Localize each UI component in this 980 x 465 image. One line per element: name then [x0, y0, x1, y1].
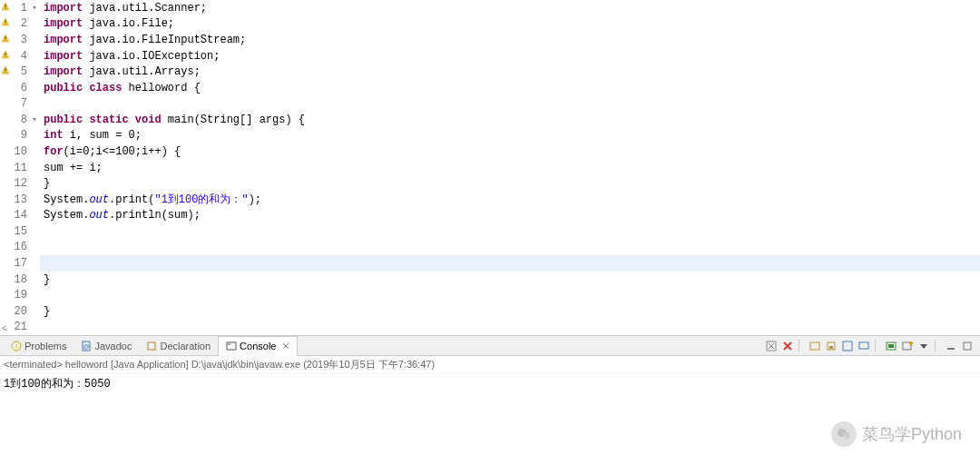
- code-line[interactable]: for(i=0;i<=100;i++) {: [40, 143, 980, 160]
- svg-text:@: @: [83, 343, 90, 350]
- line-number: 21: [11, 321, 29, 333]
- svg-text:!: !: [15, 342, 17, 351]
- code-line[interactable]: public class helloword {: [40, 80, 980, 96]
- javadoc-icon: @: [81, 341, 92, 351]
- svg-point-43: [843, 432, 850, 440]
- code-line[interactable]: import java.io.File;: [40, 16, 980, 33]
- code-editor[interactable]: 1▾2345678▾9101112131415161718192021 impo…: [0, 0, 980, 336]
- line-number: 9: [11, 129, 29, 142]
- wechat-icon: [831, 421, 857, 447]
- svg-rect-32: [843, 341, 852, 351]
- clear-console-icon[interactable]: [808, 339, 822, 353]
- console-icon: [226, 341, 237, 351]
- tab-console[interactable]: Console: [218, 336, 298, 356]
- svg-rect-1: [5, 5, 5, 7]
- svg-rect-33: [859, 342, 868, 349]
- line-number: 12: [11, 177, 29, 190]
- watermark-text: 菜鸟学Python: [862, 423, 962, 445]
- code-line[interactable]: [40, 255, 980, 272]
- console-toolbar: [764, 339, 980, 353]
- code-line[interactable]: import java.util.Scanner;: [40, 0, 980, 16]
- code-line[interactable]: [40, 223, 980, 240]
- svg-rect-5: [5, 24, 5, 25]
- code-line[interactable]: public static void main(String[] args) {: [40, 112, 980, 128]
- console-terminated-line: <terminated> helloword [Java Application…: [0, 356, 980, 374]
- code-line[interactable]: }: [40, 272, 980, 288]
- svg-rect-29: [810, 342, 819, 350]
- code-line[interactable]: [40, 320, 980, 336]
- scroll-left-indicator: <: [2, 323, 7, 333]
- svg-rect-14: [5, 72, 5, 73]
- code-line[interactable]: System.out.println(sum);: [40, 208, 980, 224]
- code-line[interactable]: System.out.print("1到100的和为：");: [40, 192, 980, 208]
- line-number: 3: [11, 34, 29, 46]
- svg-rect-2: [5, 7, 5, 8]
- line-number: 19: [11, 289, 29, 302]
- remove-launch-icon[interactable]: [764, 339, 779, 353]
- code-line[interactable]: import java.io.FileInputStream;: [40, 32, 980, 48]
- line-number: 1: [11, 2, 29, 15]
- display-console-icon[interactable]: [857, 339, 871, 353]
- maximize-view-icon[interactable]: [960, 339, 975, 353]
- line-number: 7: [11, 97, 29, 110]
- code-line[interactable]: sum += i;: [40, 160, 980, 176]
- line-number: 2: [11, 17, 29, 30]
- line-number: 4: [11, 50, 29, 63]
- tab-label: Javadoc: [94, 341, 132, 351]
- tab-declaration[interactable]: Declaration: [139, 336, 218, 356]
- tab-label: Problems: [24, 341, 66, 351]
- svg-rect-8: [5, 40, 5, 41]
- problems-icon: !: [11, 341, 22, 351]
- tab-label: Console: [240, 341, 276, 351]
- pin-console-icon[interactable]: [840, 339, 855, 353]
- code-line[interactable]: [40, 95, 980, 112]
- svg-rect-10: [5, 53, 5, 55]
- warning-icon: [1, 65, 10, 74]
- line-number: 14: [11, 209, 29, 222]
- code-line[interactable]: import java.io.IOException;: [40, 48, 980, 64]
- svg-rect-11: [5, 55, 5, 56]
- line-number: 18: [11, 273, 29, 286]
- warning-icon: [1, 34, 10, 43]
- console-output[interactable]: 1到100的和为：5050: [0, 374, 980, 393]
- fold-toggle[interactable]: ▾: [29, 114, 40, 124]
- line-number: 13: [11, 193, 29, 206]
- fold-toggle[interactable]: ▾: [29, 3, 40, 13]
- tab-label: Declaration: [160, 341, 211, 351]
- svg-marker-39: [920, 344, 927, 349]
- line-number: 5: [11, 65, 29, 78]
- line-number: 11: [11, 162, 29, 174]
- code-area[interactable]: import java.util.Scanner;import java.io.…: [40, 0, 980, 335]
- line-number: 6: [11, 82, 29, 94]
- code-line[interactable]: }: [40, 303, 980, 320]
- remove-all-icon[interactable]: [780, 339, 795, 353]
- tab-javadoc[interactable]: @Javadoc: [74, 336, 139, 356]
- warning-icon: [1, 17, 10, 26]
- code-line[interactable]: import java.util.Arrays;: [40, 64, 980, 80]
- bottom-tab-bar: !Problems@JavadocDeclarationConsole: [0, 336, 980, 356]
- code-line[interactable]: }: [40, 175, 980, 192]
- dropdown-arrow-icon[interactable]: [916, 339, 931, 353]
- watermark: 菜鸟学Python: [831, 421, 962, 447]
- warning-icon: [1, 50, 10, 59]
- declaration-icon: [146, 341, 157, 351]
- svg-rect-20: [227, 342, 236, 350]
- open-console-icon[interactable]: [884, 339, 898, 353]
- tab-problems[interactable]: !Problems: [4, 336, 74, 356]
- warning-icon: [1, 2, 10, 11]
- close-tab-icon[interactable]: [282, 341, 289, 351]
- minimize-view-icon[interactable]: [944, 339, 958, 353]
- new-console-icon[interactable]: [900, 339, 915, 353]
- svg-rect-4: [5, 21, 5, 24]
- line-number: 20: [11, 305, 29, 318]
- code-line[interactable]: [40, 287, 980, 303]
- svg-rect-13: [5, 68, 5, 71]
- scroll-lock-icon[interactable]: [824, 339, 838, 353]
- line-number: 17: [11, 257, 29, 270]
- svg-rect-19: [148, 342, 155, 350]
- svg-rect-31: [829, 346, 833, 349]
- code-line[interactable]: [40, 240, 980, 256]
- code-line[interactable]: int i, sum = 0;: [40, 128, 980, 144]
- line-number: 16: [11, 241, 29, 253]
- svg-rect-41: [964, 342, 971, 350]
